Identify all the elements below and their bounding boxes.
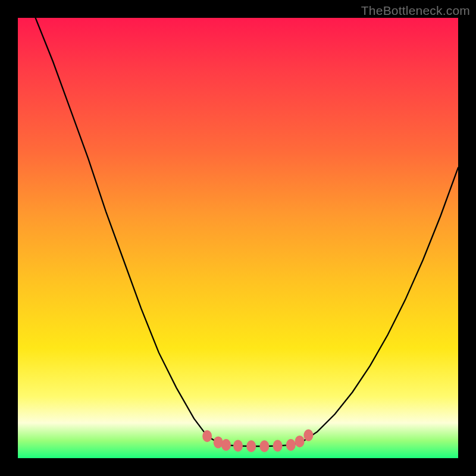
marker-dot (221, 439, 231, 451)
watermark-text: TheBottleneck.com (361, 4, 470, 18)
marker-dot (246, 440, 256, 452)
marker-dot (259, 440, 269, 452)
plot-area (18, 18, 458, 458)
chart-frame: TheBottleneck.com (0, 0, 476, 476)
bottom-flat (225, 445, 291, 446)
right-curve (291, 168, 458, 445)
marker-group (202, 430, 313, 453)
curve-layer (18, 18, 458, 458)
marker-dot (273, 440, 283, 452)
marker-dot (214, 436, 223, 448)
marker-dot (286, 439, 296, 451)
left-curve (36, 18, 225, 445)
marker-dot (233, 440, 243, 452)
marker-dot (202, 430, 212, 442)
marker-dot (295, 436, 305, 447)
marker-dot (303, 430, 313, 441)
